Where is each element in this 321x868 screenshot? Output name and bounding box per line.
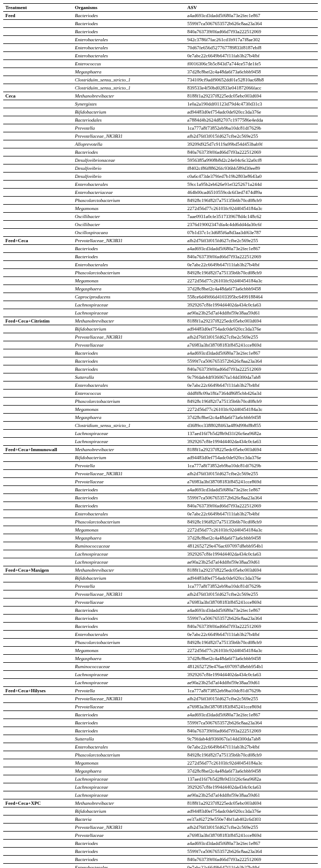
asv-cell: a4ad693cd3dadd5f680a73e2fec1e867 bbox=[185, 607, 318, 615]
asv-cell: 0e7abc22c6649b647f11fab3b27b4fbf bbox=[185, 631, 318, 639]
asv-cell: 3929267c8fe1994d4402da434c0cfa63 bbox=[185, 783, 318, 791]
treatment-cell: Feed+Ceca+Citristim bbox=[3, 317, 73, 325]
table-row: Lachnospiraceaeae90a23b25d7af4ddfbf59e38… bbox=[3, 558, 318, 566]
treatment-cell bbox=[3, 333, 73, 341]
asv-cell: ae90a23b25d7af4ddfbf59e38aa59d61 bbox=[185, 791, 318, 799]
asv-cell: 5956385a9908b8d2c24e04c6c32a0cf8 bbox=[185, 156, 318, 164]
asv-cell: 840a763739f0fad66d7f93a222512069 bbox=[185, 856, 318, 864]
organism-cell: Sutteralla bbox=[73, 373, 185, 381]
table-row: Lachnospiraceaeae90a23b25d7af4ddfbf59e38… bbox=[3, 791, 318, 799]
asv-cell: 840a763739f0fad66d7f93a222512069 bbox=[185, 727, 318, 735]
table-row: Clostriduim_sensu_stricto_1839533e4f50bd… bbox=[3, 84, 318, 92]
table-row: Bacteriodes840a763739f0fad66d7f93a222512… bbox=[3, 365, 318, 373]
organism-cell: Oscillibacter bbox=[73, 213, 185, 221]
organism-cell: Prevotellaceae bbox=[73, 478, 185, 486]
table-row: Megamonas2272d56d77c26103fc92d40454184a3… bbox=[3, 526, 318, 534]
organism-cell: Methanobrevibacter bbox=[73, 92, 185, 100]
organism-cell: Bacteriodes bbox=[73, 253, 185, 261]
treatment-cell bbox=[3, 148, 73, 156]
table-row: Enterobacterales0e7abc22c6649b647f11fab3… bbox=[3, 510, 318, 518]
treatment-cell bbox=[3, 647, 73, 655]
organism-cell: Enterobacterales bbox=[73, 261, 185, 269]
organism-cell: Prevotellaceae_NK3B31 bbox=[73, 824, 185, 832]
asv-cell: 84928c196f82f7a75135b6b70cd08cb9 bbox=[185, 751, 318, 759]
table-row: Megasphaera37d28c8bef2c4a48da6f73a6cbbb9… bbox=[3, 68, 318, 76]
asv-cell: 5599f7ca5067653572b626c8aa23a364 bbox=[185, 20, 318, 28]
treatment-cell bbox=[3, 116, 73, 124]
asv-cell: f0016306c5b5c843d7a744ce57de1fe5 bbox=[185, 60, 318, 68]
table-row: Bacteriodes5599f7ca5067653572b626c8aa23a… bbox=[3, 357, 318, 365]
treatment-cell bbox=[3, 719, 73, 727]
asv-cell: 5599f7ca5067653572b626c8aa23a364 bbox=[185, 615, 318, 623]
table-row: CecaMethanobrevibacter8188f1a29237f8225e… bbox=[3, 92, 318, 100]
organism-cell: Lachnospiraceae bbox=[73, 558, 185, 566]
table-row: Enterobacterales0e7abc22c6649b647f11fab3… bbox=[3, 52, 318, 60]
treatment-cell bbox=[3, 607, 73, 615]
table-row: Bacteriodes840a763739f0fad66d7f93a222512… bbox=[3, 253, 318, 261]
asv-cell: 37d28c8bef2c4a48da6f73a6cbbb9458 bbox=[185, 68, 318, 76]
organism-cell: Prevotellaceae_NK3B31 bbox=[73, 590, 185, 598]
organism-cell: Bifidobacterium bbox=[73, 574, 185, 582]
col-asv: ASV bbox=[185, 4, 318, 12]
organism-cell: Prevotella bbox=[73, 687, 185, 695]
asv-cell: ad94483d0ef754adc0de920cc3da376e bbox=[185, 574, 318, 582]
treatment-cell bbox=[3, 68, 73, 76]
treatment-cell bbox=[3, 767, 73, 775]
treatment-cell bbox=[3, 164, 73, 173]
treatment-cell bbox=[3, 309, 73, 317]
treatment-cell bbox=[3, 381, 73, 390]
asv-cell: 1ca777a8f73852eb9ba10dc81df7629b bbox=[185, 124, 318, 132]
treatment-cell: Feed+Ceca+Maxigen bbox=[3, 566, 73, 574]
treatment-cell bbox=[3, 590, 73, 598]
table-row: Megasphaera37d28c8bef2c4a48da6f73a6cbbb9… bbox=[3, 655, 318, 663]
organism-cell: Bacteriodes bbox=[73, 711, 185, 719]
table-row: Prevotellaceaea76983a3bf38708183f845241c… bbox=[3, 598, 318, 607]
organism-cell: Lachnospiraceae bbox=[73, 438, 185, 446]
table-row: Megasphaera37d28c8bef2c4a48da6f73a6cbbb9… bbox=[3, 285, 318, 293]
table-row: Megamonas2272d56d77c26103fc92d40454184a3… bbox=[3, 759, 318, 767]
treatment-cell bbox=[3, 197, 73, 205]
organism-cell: Megamonas bbox=[73, 406, 185, 414]
treatment-cell bbox=[3, 76, 73, 84]
organism-cell: Lachnospiraceae bbox=[73, 430, 185, 438]
organism-cell: Methanobrevibacter bbox=[73, 566, 185, 574]
table-row: Lachnospiraceae3929267c8fe1994d4402da434… bbox=[3, 783, 318, 791]
header-row: Treatment Organisms ASV bbox=[3, 4, 318, 12]
table-row: Prevotella1ca777a8f73852eb9ba10dc81df762… bbox=[3, 462, 318, 470]
organism-cell: Prevotellaceae_NK3B31 bbox=[73, 333, 185, 341]
asv-cell: 2272d56d77c26103fc92d40454184a3c bbox=[185, 406, 318, 414]
col-organisms: Organisms bbox=[73, 4, 185, 12]
asv-cell: 840a763739f0fad66d7f93a222512069 bbox=[185, 28, 318, 36]
treatment-cell bbox=[3, 373, 73, 381]
treatment-cell bbox=[3, 486, 73, 494]
organism-cell: Desulfovibrionaceae bbox=[73, 156, 185, 164]
treatment-cell bbox=[3, 598, 73, 607]
organism-cell: Bifidobacterium bbox=[73, 807, 185, 815]
treatment-cell bbox=[3, 864, 73, 869]
treatment-cell bbox=[3, 124, 73, 132]
table-row: Caprociproducens558ce6d49f66d4103395bc64… bbox=[3, 293, 318, 301]
table-row: Enterococcusddd8f8c09a18fa7364d8685cbb42… bbox=[3, 390, 318, 398]
table-row: Bacteriodes840a763739f0fad66d7f93a222512… bbox=[3, 727, 318, 735]
table-row: Prevotellaceae_NK3B31afb2d76ff3f015fd627… bbox=[3, 824, 318, 832]
treatment-cell bbox=[3, 574, 73, 582]
treatment-cell: Feed+Ceca+Hilyses bbox=[3, 687, 73, 695]
treatment-cell bbox=[3, 398, 73, 406]
treatment-cell bbox=[3, 655, 73, 663]
treatment-cell bbox=[3, 52, 73, 60]
table-row: Bacteriodes840a763739f0fad66d7f93a222512… bbox=[3, 502, 318, 510]
organism-cell: Enterococcus bbox=[73, 390, 185, 398]
asv-cell: ee37af62729e550e74bf1ab402c6d303 bbox=[185, 815, 318, 824]
asv-cell: ae90a23b25d7af4ddfbf59e38aa59d61 bbox=[185, 309, 318, 317]
treatment-cell bbox=[3, 727, 73, 735]
table-row: Lachnospiraceaeae90a23b25d7af4ddfbf59e38… bbox=[3, 679, 318, 687]
asv-cell: afb2d76ff3f015fd627cfbe2c569e255 bbox=[185, 695, 318, 703]
organism-cell: Prevotellaceae_NK3B31 bbox=[73, 237, 185, 245]
organism-cell: Bacteriodes bbox=[73, 623, 185, 631]
treatment-cell bbox=[3, 824, 73, 832]
organism-cell: Lachnospiraceae bbox=[73, 671, 185, 679]
asv-cell: 84928c196f82f7a75135b6b70cd08cb9 bbox=[185, 197, 318, 205]
organism-cell: Lachnospiraceae bbox=[73, 791, 185, 799]
table-row: FeedBacteriodesa4ad693cd3dadd5f680a73e2f… bbox=[3, 12, 318, 20]
asv-cell: 70d67fe656d527767789833f8187ebf8 bbox=[185, 44, 318, 52]
